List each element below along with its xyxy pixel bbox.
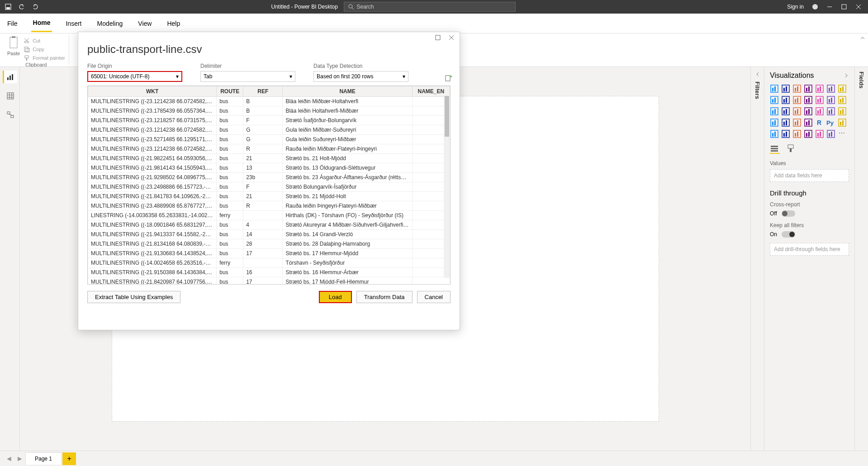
table-row[interactable]: MULTILINESTRING ((-23.1785439 66.0557364… <box>88 106 450 116</box>
viz-card-icon[interactable] <box>826 107 835 116</box>
viz-power-automate-icon[interactable] <box>826 129 835 138</box>
col-header-name-en[interactable]: NAME_EN <box>412 86 450 97</box>
viz-r-visual-icon[interactable]: R <box>815 118 824 127</box>
col-header-ref[interactable]: REF <box>243 86 283 97</box>
undo-icon[interactable] <box>18 3 25 10</box>
table-row[interactable]: MULTILINESTRING ((-21.9298502 64.0896775… <box>88 173 450 182</box>
model-view-button[interactable] <box>3 109 17 121</box>
viz-stacked-column-icon[interactable] <box>792 84 802 93</box>
viz-matrix-icon[interactable] <box>804 118 813 127</box>
viz-more-icon[interactable]: ⋯ <box>838 129 847 138</box>
viz-area-icon[interactable] <box>826 84 835 93</box>
viz-table-icon[interactable] <box>792 118 802 127</box>
viz-multi-card-icon[interactable] <box>838 107 847 116</box>
dtd-select[interactable]: Based on first 200 rows ▾ <box>313 71 408 82</box>
fields-tool-icon[interactable] <box>770 144 780 154</box>
table-row[interactable]: MULTILINESTRING ((-21.9130683 64.1438524… <box>88 249 450 258</box>
drill-field-well[interactable]: Add drill-through fields here <box>770 243 849 256</box>
col-header-name[interactable]: NAME <box>283 86 412 97</box>
chevron-right-icon[interactable] <box>844 73 849 78</box>
vertical-scrollbar[interactable] <box>444 96 450 278</box>
viz-stacked-area-icon[interactable] <box>838 84 847 93</box>
page-prev-icon[interactable]: ◄ <box>4 455 14 463</box>
cross-report-toggle[interactable] <box>782 210 795 217</box>
refresh-preview-icon[interactable] <box>445 75 452 82</box>
cut-button[interactable]: Cut <box>24 37 65 45</box>
table-row[interactable]: MULTILINESTRING ((-21.841783 64.109626,-… <box>88 192 450 201</box>
delimiter-select[interactable]: Tab ▾ <box>200 71 295 82</box>
report-view-button[interactable] <box>3 71 17 83</box>
redo-icon[interactable] <box>32 3 39 10</box>
cancel-button[interactable]: Cancel <box>417 291 451 303</box>
viz-gauge-icon[interactable] <box>815 107 824 116</box>
filters-collapsed-panel[interactable]: Filters <box>750 67 764 451</box>
viz-clustered-column-icon[interactable] <box>804 84 813 93</box>
data-view-button[interactable] <box>3 90 17 102</box>
fields-collapsed-panel[interactable]: Fields <box>854 67 868 451</box>
viz-waterfall-icon[interactable] <box>804 95 813 105</box>
table-row[interactable]: MULTILINESTRING ((-23.1214238 66.0724582… <box>88 97 450 106</box>
keep-filters-toggle[interactable] <box>782 231 795 238</box>
scrollbar-thumb[interactable] <box>445 96 449 137</box>
table-row[interactable]: LINESTRING (-14.0036358 65.2633831,-14.0… <box>88 211 450 220</box>
add-page-button[interactable]: + <box>62 452 76 465</box>
table-row[interactable]: MULTILINESTRING ((-21.8420987 64.1097756… <box>88 277 450 285</box>
viz-funnel-icon[interactable] <box>815 95 824 105</box>
viz-key-influencers-icon[interactable] <box>838 118 847 127</box>
user-avatar-icon[interactable] <box>812 4 818 10</box>
copy-button[interactable]: Copy <box>24 45 65 53</box>
transform-data-button[interactable]: Transform Data <box>356 291 413 303</box>
viz-clustered-bar-icon[interactable] <box>781 84 790 93</box>
tab-page-1[interactable]: Page 1 <box>25 452 62 465</box>
table-row[interactable]: MULTILINESTRING ((-23.1218257 66.0731575… <box>88 116 450 125</box>
table-row[interactable]: MULTILINESTRING ((-23.5271485 66.1295171… <box>88 135 450 144</box>
viz-filled-map-icon[interactable] <box>804 107 813 116</box>
table-row[interactable]: MULTILINESTRING ((-23.4889908 65.8767727… <box>88 201 450 211</box>
col-header-wkt[interactable]: WKT <box>88 86 217 97</box>
table-row[interactable]: MULTILINESTRING ((-21.9822451 64.0593056… <box>88 154 450 163</box>
viz-paginated-icon[interactable] <box>804 129 813 138</box>
menu-insert[interactable]: Insert <box>64 15 83 32</box>
table-row[interactable]: MULTILINESTRING ((-21.9413337 64.15582,-… <box>88 230 450 239</box>
table-row[interactable]: MULTILINESTRING ((-23.1214238 66.0724582… <box>88 144 450 154</box>
viz-stacked-bar-icon[interactable] <box>770 84 779 93</box>
paste-button[interactable]: Paste <box>7 35 20 56</box>
load-button[interactable]: Load <box>319 291 352 303</box>
values-field-well[interactable]: Add data fields here <box>770 169 849 182</box>
signin-label[interactable]: Sign in <box>787 4 804 10</box>
format-tool-icon[interactable] <box>786 144 796 154</box>
maximize-icon[interactable] <box>841 4 847 10</box>
viz-decomposition-icon[interactable] <box>770 129 779 138</box>
menu-home[interactable]: Home <box>31 14 52 32</box>
viz-map-icon[interactable] <box>792 107 802 116</box>
viz-scatter-icon[interactable] <box>826 95 835 105</box>
search-box[interactable]: Search <box>344 2 516 12</box>
table-row[interactable]: MULTILINESTRING ((-21.9150388 64.1436384… <box>88 268 450 277</box>
col-header-route[interactable]: ROUTE <box>217 86 243 97</box>
viz-line-clustered-icon[interactable] <box>770 95 779 105</box>
viz-smart-narrative-icon[interactable] <box>792 129 802 138</box>
viz-line-icon[interactable] <box>815 84 824 93</box>
viz-treemap-icon[interactable] <box>781 107 790 116</box>
viz-donut-icon[interactable] <box>770 107 779 116</box>
table-row[interactable]: MULTILINESTRING ((-23.1214238 66.0724582… <box>88 125 450 135</box>
menu-help[interactable]: Help <box>165 15 182 32</box>
menu-view[interactable]: View <box>136 15 153 32</box>
viz-pie-icon[interactable] <box>838 95 847 105</box>
format-painter-button[interactable]: Format painter <box>24 54 65 62</box>
viz-kpi-icon[interactable] <box>770 118 779 127</box>
save-icon[interactable] <box>5 3 12 10</box>
viz-slicer-icon[interactable] <box>781 118 790 127</box>
close-icon[interactable] <box>855 4 862 10</box>
table-row[interactable]: MULTILINESTRING ((-21.9814143 64.1505943… <box>88 163 450 173</box>
viz-line-stacked-icon[interactable] <box>781 95 790 105</box>
minimize-icon[interactable] <box>826 4 833 10</box>
dialog-maximize-icon[interactable] <box>435 35 441 40</box>
file-origin-select[interactable]: 65001: Unicode (UTF-8) ▾ <box>87 71 182 82</box>
table-row[interactable]: MULTILINESTRING ((-18.0901846 65.6831297… <box>88 220 450 230</box>
table-row[interactable]: MULTILINESTRING ((-21.8134168 64.080839,… <box>88 239 450 249</box>
viz-qa-icon[interactable] <box>781 129 790 138</box>
viz-py-visual-icon[interactable]: Py <box>826 118 835 127</box>
table-row[interactable]: MULTILINESTRING ((-14.0024658 65.263516,… <box>88 258 450 268</box>
viz-power-apps-icon[interactable] <box>815 129 824 138</box>
